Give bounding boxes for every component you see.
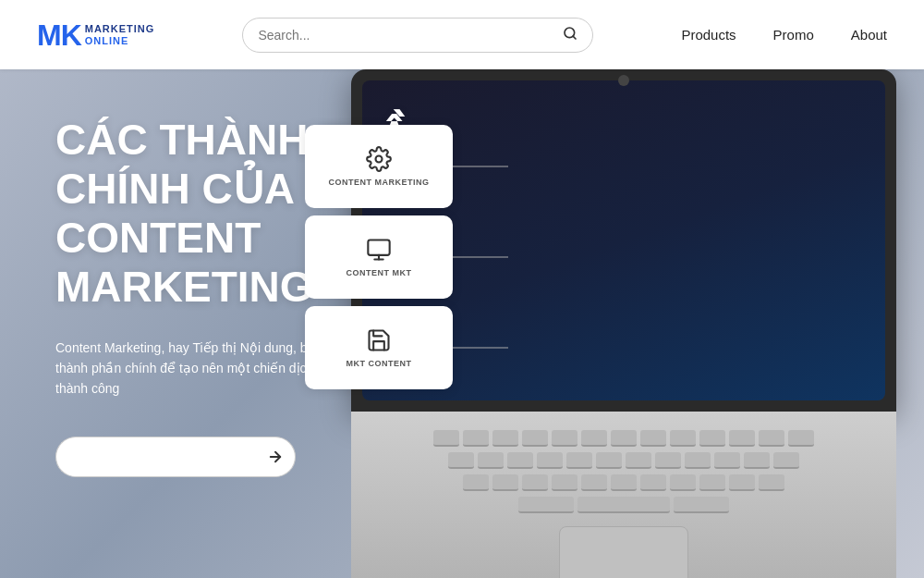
- key: [492, 430, 518, 447]
- key: [640, 474, 666, 491]
- logo-marketing-text: MARKETING: [85, 23, 155, 34]
- logo-mk-text: MK: [37, 20, 81, 50]
- search-icon: [563, 26, 578, 41]
- key: [552, 430, 578, 447]
- key: [670, 474, 696, 491]
- key: [685, 452, 711, 469]
- arrow-right-icon: [267, 449, 284, 465]
- laptop-camera: [618, 75, 629, 86]
- hero-title-line2: CHÍNH CỦA: [55, 165, 295, 213]
- key: [522, 430, 548, 447]
- nav-links: Products Promo About: [681, 27, 887, 43]
- key: [448, 452, 474, 469]
- key: [581, 474, 607, 491]
- key: [699, 474, 725, 491]
- card-content-mkt[interactable]: CONTENT MKT: [305, 215, 453, 299]
- key: [518, 497, 574, 513]
- search-input[interactable]: [258, 28, 555, 43]
- key-row-3: [379, 474, 869, 491]
- hero-cta-row: [55, 437, 296, 477]
- key: [674, 497, 729, 513]
- key: [492, 474, 518, 491]
- key: [714, 452, 740, 469]
- key: [626, 452, 651, 469]
- svg-line-1: [573, 36, 576, 39]
- key: [537, 452, 563, 469]
- hero-title-line3: CONTENT: [55, 214, 261, 262]
- search-bar: [242, 18, 593, 53]
- key: [611, 430, 637, 447]
- key: [788, 430, 814, 447]
- card-mkt-content[interactable]: MKT CONTENT: [305, 306, 453, 389]
- logo-text-block: MARKETING ONLINE: [85, 23, 155, 45]
- key: [759, 474, 784, 491]
- key: [507, 452, 533, 469]
- key: [522, 474, 548, 491]
- save-icon: [366, 327, 392, 353]
- cards-overlay: CONTENT MARKETING CONTENT MKT: [305, 125, 453, 389]
- key: [581, 430, 607, 447]
- navbar: MK MARKETING ONLINE Products Promo About: [0, 0, 924, 69]
- key: [759, 430, 784, 447]
- key: [566, 452, 592, 469]
- search-button[interactable]: [555, 26, 578, 44]
- key: [670, 430, 696, 447]
- nav-link-about[interactable]: About: [851, 27, 887, 43]
- key: [552, 474, 578, 491]
- key: [478, 452, 504, 469]
- svg-rect-4: [368, 240, 389, 255]
- logo-online-text: ONLINE: [85, 35, 155, 46]
- settings-icon: [366, 146, 392, 172]
- hero-cta-input[interactable]: [55, 437, 255, 477]
- card-content-mkt-label: CONTENT MKT: [346, 268, 412, 277]
- key: [773, 452, 799, 469]
- hero-cta-button[interactable]: [255, 437, 296, 477]
- key: [578, 497, 670, 513]
- nav-link-promo[interactable]: Promo: [773, 27, 814, 43]
- card-content-marketing[interactable]: CONTENT MARKETING: [305, 125, 453, 208]
- key: [699, 430, 725, 447]
- key: [729, 430, 755, 447]
- key: [640, 430, 666, 447]
- key: [611, 474, 637, 491]
- svg-point-3: [376, 156, 383, 163]
- nav-link-products[interactable]: Products: [681, 27, 736, 43]
- card-mkt-content-label: MKT CONTENT: [346, 359, 412, 368]
- key: [463, 474, 489, 491]
- monitor-icon: [366, 237, 392, 263]
- card-content-marketing-label: CONTENT MARKETING: [329, 178, 430, 187]
- trackpad: [559, 526, 688, 578]
- key: [463, 430, 489, 447]
- hero-title-line4: MARKETING: [55, 263, 313, 311]
- logo: MK MARKETING ONLINE: [37, 20, 154, 50]
- key: [729, 474, 755, 491]
- key: [655, 452, 681, 469]
- key: [744, 452, 770, 469]
- key-row-2: [379, 452, 869, 469]
- key-row-4: [379, 497, 869, 513]
- key-row-1: [379, 430, 869, 447]
- hero-section: CÁC THÀNH PHẦN CHÍNH CỦA CONTENT MARKETI…: [0, 69, 924, 578]
- key: [596, 452, 622, 469]
